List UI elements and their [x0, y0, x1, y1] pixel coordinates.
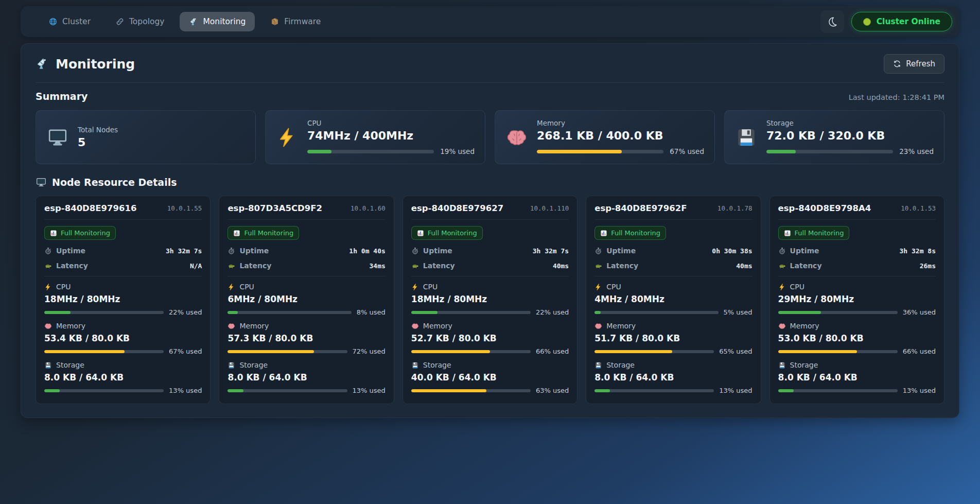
- brain-icon: [227, 322, 235, 330]
- storage-value: 40.0 KB / 64.0 KB: [411, 372, 569, 383]
- stopwatch-icon: [227, 247, 235, 255]
- memory-percent-label: 66% used: [536, 347, 569, 355]
- memory-summary-card: Memory 268.1 KB / 400.0 KB 67% used: [495, 110, 715, 164]
- storage-percent-label: 13% used: [169, 387, 202, 394]
- uptime-label: Uptime: [56, 247, 85, 255]
- divider: [227, 219, 385, 220]
- storage-percent-label: 13% used: [353, 387, 386, 394]
- tab-topology[interactable]: Topology: [106, 12, 173, 31]
- memory-percent-label: 67% used: [670, 147, 704, 155]
- storage-progress-track: [594, 389, 714, 392]
- memory-metric: Memory 51.7 KB / 80.0 KB 65% used: [594, 322, 752, 355]
- cluster-status-badge[interactable]: Cluster Online: [851, 12, 952, 31]
- uptime-label: Uptime: [423, 247, 452, 255]
- summary-header: Summary Last updated: 1:28:41 PM: [36, 91, 944, 102]
- node-name: esp-840D8E979627: [411, 203, 503, 213]
- floppy-icon: [227, 361, 235, 369]
- turtle-icon: [227, 262, 235, 270]
- storage-metric: Storage 8.0 KB / 64.0 KB 13% used: [44, 361, 202, 394]
- cpu-summary-card: CPU 74MHz / 400MHz 19% used: [265, 110, 485, 164]
- floppy-icon: [735, 127, 758, 148]
- bar-chart-icon: [50, 230, 57, 237]
- divider: [411, 276, 569, 276]
- brain-icon: [411, 322, 419, 330]
- bar-chart-icon: [600, 230, 607, 237]
- storage-value: 8.0 KB / 64.0 KB: [44, 372, 202, 383]
- latency-value: 26ms: [920, 262, 936, 270]
- page-title: Monitoring: [36, 57, 135, 72]
- storage-percent-label: 13% used: [719, 387, 752, 394]
- uptime-row: Uptime 0h 30m 38s: [594, 247, 752, 255]
- cpu-value: 6MHz / 80MHz: [227, 294, 385, 304]
- memory-progress-track: [537, 150, 663, 153]
- node-details-heading-text: Node Resource Details: [52, 177, 177, 188]
- brain-icon: [505, 127, 528, 148]
- total-nodes-value: 5: [78, 136, 245, 149]
- full-monitoring-badge: Full Monitoring: [594, 226, 666, 240]
- node-ip: 10.0.1.60: [351, 204, 386, 212]
- full-monitoring-label: Full Monitoring: [428, 229, 477, 237]
- turtle-icon: [778, 262, 786, 270]
- cpu-progress-fill: [594, 311, 601, 314]
- storage-progress-track: [227, 389, 347, 392]
- uptime-label: Uptime: [790, 247, 819, 255]
- memory-progress-fill: [778, 350, 857, 353]
- node-details-heading: Node Resource Details: [36, 177, 944, 188]
- latency-label: Latency: [790, 262, 822, 270]
- storage-progress-track: [766, 150, 893, 153]
- total-nodes-label: Total Nodes: [78, 126, 245, 134]
- uptime-row: Uptime 3h 32m 7s: [44, 247, 202, 255]
- memory-value: 51.7 KB / 80.0 KB: [594, 333, 752, 343]
- turtle-icon: [594, 262, 602, 270]
- memory-progress-track: [44, 350, 164, 353]
- memory-label: Memory: [606, 322, 636, 330]
- refresh-icon: [893, 60, 901, 68]
- full-monitoring-label: Full Monitoring: [244, 229, 293, 237]
- latency-row: Latency 34ms: [227, 262, 385, 270]
- storage-percent-label: 63% used: [536, 387, 569, 394]
- node-ip: 10.0.1.78: [717, 204, 752, 212]
- theme-toggle-button[interactable]: [820, 10, 844, 33]
- latency-value: 40ms: [736, 262, 752, 270]
- floppy-icon: [594, 361, 602, 369]
- refresh-button[interactable]: Refresh: [884, 54, 944, 74]
- divider: [778, 219, 936, 220]
- top-navbar: Cluster Topology Monitoring Firmware: [21, 6, 959, 37]
- memory-percent-label: 72% used: [353, 347, 386, 355]
- cpu-progress-track: [307, 150, 434, 153]
- bar-chart-icon: [417, 230, 424, 237]
- zap-icon: [227, 283, 235, 291]
- memory-metric: Memory 57.3 KB / 80.0 KB 72% used: [227, 322, 385, 355]
- uptime-label: Uptime: [239, 247, 269, 255]
- cpu-label: CPU: [606, 283, 621, 291]
- storage-value: 8.0 KB / 64.0 KB: [227, 372, 385, 383]
- memory-progress-fill: [227, 350, 313, 353]
- cpu-percent-label: 5% used: [724, 308, 752, 316]
- cpu-progress-track: [411, 311, 531, 314]
- stopwatch-icon: [778, 247, 786, 255]
- memory-value: 53.4 KB / 80.0 KB: [44, 333, 202, 343]
- storage-progress-fill: [44, 389, 60, 392]
- memory-progress-fill: [594, 350, 672, 353]
- storage-label: Storage: [790, 361, 818, 369]
- storage-metric: Storage 40.0 KB / 64.0 KB 63% used: [411, 361, 569, 394]
- node-name: esp-840D8E9798A4: [778, 203, 871, 213]
- tab-firmware[interactable]: Firmware: [261, 12, 330, 31]
- tab-cluster-label: Cluster: [62, 17, 91, 26]
- floppy-icon: [44, 361, 52, 369]
- storage-label: Storage: [606, 361, 635, 369]
- latency-value: N/A: [190, 262, 202, 270]
- memory-metric: Memory 53.4 KB / 80.0 KB 67% used: [44, 322, 202, 355]
- cpu-progress-track: [594, 311, 718, 314]
- memory-progress-fill: [44, 350, 125, 353]
- tab-cluster[interactable]: Cluster: [39, 12, 100, 31]
- tab-monitoring[interactable]: Monitoring: [180, 12, 255, 31]
- stopwatch-icon: [594, 247, 602, 255]
- cpu-metric: CPU 29MHz / 80MHz 36% used: [778, 283, 936, 316]
- memory-progress-track: [227, 350, 347, 353]
- stopwatch-icon: [44, 247, 52, 255]
- page-title-text: Monitoring: [56, 57, 135, 72]
- memory-label: Memory: [56, 322, 85, 330]
- storage-metric: Storage 8.0 KB / 64.0 KB 13% used: [778, 361, 936, 394]
- status-dot-icon: [863, 18, 871, 26]
